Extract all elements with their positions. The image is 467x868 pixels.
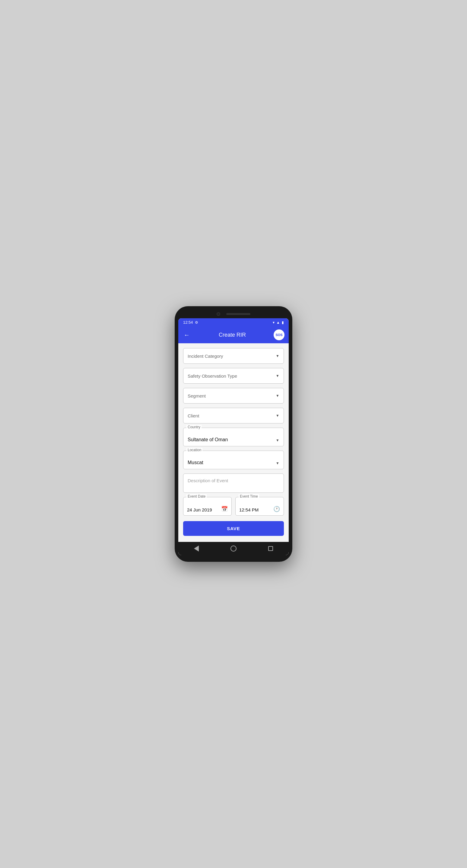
form-area: Incident Category ▼ Safety Observation T… xyxy=(178,343,289,542)
save-button[interactable]: SAVE xyxy=(183,521,284,536)
back-button[interactable]: ← xyxy=(182,330,191,340)
gear-icon: ⚙ xyxy=(195,320,198,324)
segment-label: Segment xyxy=(188,393,206,398)
phone-camera xyxy=(216,312,220,316)
back-nav-icon[interactable] xyxy=(194,546,199,552)
description-of-event-field[interactable]: Description of Event xyxy=(183,473,284,493)
client-label: Client xyxy=(188,413,199,418)
country-floating-label: Country xyxy=(186,425,202,429)
clock-icon: 🕐 xyxy=(273,506,280,513)
incident-category-arrow-icon: ▼ xyxy=(276,354,279,358)
event-time-field[interactable]: Event Time 12:54 PM 🕐 xyxy=(235,497,284,516)
location-field[interactable]: Location Muscat ▼ xyxy=(183,451,284,469)
event-time-label: Event Time xyxy=(239,494,259,498)
wifi-icon: ▾ xyxy=(273,320,274,324)
location-arrow-icon: ▼ xyxy=(276,461,279,465)
description-placeholder: Description of Event xyxy=(188,478,228,483)
battery-icon: ▮ xyxy=(282,320,284,324)
safety-observation-type-arrow-icon: ▼ xyxy=(276,374,279,378)
incident-category-dropdown[interactable]: Incident Category ▼ xyxy=(183,348,284,364)
client-dropdown[interactable]: Client ▼ xyxy=(183,408,284,424)
location-floating-label: Location xyxy=(186,448,202,452)
safety-observation-type-dropdown[interactable]: Safety Observation Type ▼ xyxy=(183,368,284,384)
client-arrow-icon: ▼ xyxy=(276,413,279,418)
segment-dropdown[interactable]: Segment ▼ xyxy=(183,388,284,404)
nav-bar xyxy=(178,542,289,555)
safety-observation-type-label: Safety Observation Type xyxy=(188,373,237,378)
event-time-value: 12:54 PM xyxy=(239,507,259,513)
datetime-row: Event Date 24 Jun 2019 📅 Event Time 12:5… xyxy=(183,497,284,516)
country-arrow-icon: ▼ xyxy=(276,438,279,442)
sos-badge[interactable]: SOS xyxy=(273,330,285,340)
event-date-label: Event Date xyxy=(186,494,207,498)
status-time: 12:54 xyxy=(183,320,193,324)
location-value: Muscat xyxy=(188,460,203,465)
home-nav-icon[interactable] xyxy=(231,546,236,552)
country-field[interactable]: Country Sultanate of Oman ▼ xyxy=(183,428,284,446)
app-bar: ← Create RIR SOS xyxy=(178,327,289,343)
calendar-icon: 📅 xyxy=(221,506,228,513)
phone-speaker xyxy=(226,313,251,315)
status-bar: 12:54 ⚙ ▾ ▲ ▮ xyxy=(178,318,289,327)
recents-nav-icon[interactable] xyxy=(268,546,273,551)
event-date-value: 24 Jun 2019 xyxy=(187,507,212,513)
incident-category-label: Incident Category xyxy=(188,353,223,359)
signal-icon: ▲ xyxy=(276,320,280,324)
segment-arrow-icon: ▼ xyxy=(276,394,279,398)
page-title: Create RIR xyxy=(195,332,270,338)
event-date-field[interactable]: Event Date 24 Jun 2019 📅 xyxy=(183,497,232,516)
country-value: Sultanate of Oman xyxy=(188,437,228,442)
